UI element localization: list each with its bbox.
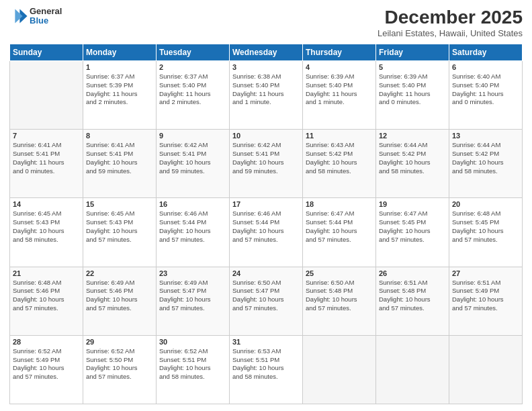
day-cell: 25Sunrise: 6:50 AM Sunset: 5:48 PM Dayli… — [303, 267, 376, 335]
day-cell: 2Sunrise: 6:37 AM Sunset: 5:40 PM Daylig… — [157, 61, 230, 130]
day-cell: 19Sunrise: 6:47 AM Sunset: 5:45 PM Dayli… — [376, 198, 449, 267]
day-cell — [449, 335, 523, 404]
day-cell: 21Sunrise: 6:48 AM Sunset: 5:46 PM Dayli… — [10, 267, 83, 335]
header-cell-monday: Monday — [83, 44, 157, 61]
month-year: December 2025 — [378, 7, 523, 28]
day-cell: 20Sunrise: 6:48 AM Sunset: 5:45 PM Dayli… — [449, 198, 523, 267]
day-content: Sunrise: 6:50 AM Sunset: 5:48 PM Dayligh… — [306, 279, 373, 313]
header-row: SundayMondayTuesdayWednesdayThursdayFrid… — [10, 44, 523, 61]
day-cell: 8Sunrise: 6:41 AM Sunset: 5:41 PM Daylig… — [83, 130, 157, 198]
day-content: Sunrise: 6:48 AM Sunset: 5:45 PM Dayligh… — [452, 210, 519, 244]
day-content: Sunrise: 6:45 AM Sunset: 5:43 PM Dayligh… — [13, 210, 80, 244]
day-number: 19 — [379, 200, 446, 208]
day-number: 21 — [13, 269, 80, 277]
day-content: Sunrise: 6:46 AM Sunset: 5:44 PM Dayligh… — [232, 210, 300, 244]
week-row-4: 21Sunrise: 6:48 AM Sunset: 5:46 PM Dayli… — [10, 267, 523, 335]
day-content: Sunrise: 6:41 AM Sunset: 5:41 PM Dayligh… — [13, 141, 80, 175]
day-cell: 31Sunrise: 6:53 AM Sunset: 5:51 PM Dayli… — [230, 335, 303, 404]
header-cell-saturday: Saturday — [449, 44, 523, 61]
day-number: 10 — [232, 132, 300, 140]
day-cell: 4Sunrise: 6:39 AM Sunset: 5:40 PM Daylig… — [303, 61, 376, 130]
day-number: 17 — [232, 200, 300, 208]
day-content: Sunrise: 6:39 AM Sunset: 5:40 PM Dayligh… — [379, 73, 446, 107]
header-cell-wednesday: Wednesday — [230, 44, 303, 61]
day-number: 8 — [86, 132, 153, 140]
day-number: 12 — [379, 132, 446, 140]
day-number: 1 — [86, 63, 153, 71]
header-cell-tuesday: Tuesday — [157, 44, 230, 61]
day-content: Sunrise: 6:52 AM Sunset: 5:49 PM Dayligh… — [13, 347, 80, 381]
day-content: Sunrise: 6:42 AM Sunset: 5:41 PM Dayligh… — [232, 141, 300, 175]
day-content: Sunrise: 6:44 AM Sunset: 5:42 PM Dayligh… — [452, 141, 519, 175]
day-content: Sunrise: 6:52 AM Sunset: 5:51 PM Dayligh… — [159, 347, 226, 381]
logo-icon — [9, 7, 28, 26]
logo-text: General Blue — [30, 7, 62, 26]
day-content: Sunrise: 6:42 AM Sunset: 5:41 PM Dayligh… — [159, 141, 226, 175]
day-content: Sunrise: 6:50 AM Sunset: 5:47 PM Dayligh… — [232, 279, 300, 313]
day-number: 20 — [452, 200, 519, 208]
day-cell — [10, 61, 83, 130]
day-cell — [376, 335, 449, 404]
day-cell: 12Sunrise: 6:44 AM Sunset: 5:42 PM Dayli… — [376, 130, 449, 198]
day-cell: 10Sunrise: 6:42 AM Sunset: 5:41 PM Dayli… — [230, 130, 303, 198]
day-number: 28 — [13, 338, 80, 346]
day-cell: 3Sunrise: 6:38 AM Sunset: 5:40 PM Daylig… — [230, 61, 303, 130]
day-cell: 26Sunrise: 6:51 AM Sunset: 5:48 PM Dayli… — [376, 267, 449, 335]
day-number: 18 — [306, 200, 373, 208]
day-content: Sunrise: 6:37 AM Sunset: 5:40 PM Dayligh… — [159, 73, 226, 107]
header: General Blue December 2025 Leilani Estat… — [9, 7, 523, 38]
title-block: December 2025 Leilani Estates, Hawaii, U… — [378, 7, 523, 38]
day-number: 14 — [13, 200, 80, 208]
day-cell: 13Sunrise: 6:44 AM Sunset: 5:42 PM Dayli… — [449, 130, 523, 198]
day-content: Sunrise: 6:47 AM Sunset: 5:44 PM Dayligh… — [306, 210, 373, 244]
day-content: Sunrise: 6:47 AM Sunset: 5:45 PM Dayligh… — [379, 210, 446, 244]
week-row-5: 28Sunrise: 6:52 AM Sunset: 5:49 PM Dayli… — [10, 335, 523, 404]
day-cell: 5Sunrise: 6:39 AM Sunset: 5:40 PM Daylig… — [376, 61, 449, 130]
day-number: 6 — [452, 63, 519, 71]
logo-blue: Blue — [30, 16, 62, 26]
day-cell: 14Sunrise: 6:45 AM Sunset: 5:43 PM Dayli… — [10, 198, 83, 267]
day-content: Sunrise: 6:49 AM Sunset: 5:46 PM Dayligh… — [86, 279, 153, 313]
day-cell: 16Sunrise: 6:46 AM Sunset: 5:44 PM Dayli… — [157, 198, 230, 267]
day-content: Sunrise: 6:45 AM Sunset: 5:43 PM Dayligh… — [86, 210, 153, 244]
day-content: Sunrise: 6:43 AM Sunset: 5:42 PM Dayligh… — [306, 141, 373, 175]
day-content: Sunrise: 6:48 AM Sunset: 5:46 PM Dayligh… — [13, 279, 80, 313]
day-cell: 18Sunrise: 6:47 AM Sunset: 5:44 PM Dayli… — [303, 198, 376, 267]
day-content: Sunrise: 6:52 AM Sunset: 5:50 PM Dayligh… — [86, 347, 153, 381]
header-cell-thursday: Thursday — [303, 44, 376, 61]
day-number: 30 — [159, 338, 226, 346]
page: General Blue December 2025 Leilani Estat… — [0, 0, 532, 411]
day-cell: 6Sunrise: 6:40 AM Sunset: 5:40 PM Daylig… — [449, 61, 523, 130]
day-number: 26 — [379, 269, 446, 277]
day-number: 13 — [452, 132, 519, 140]
day-content: Sunrise: 6:38 AM Sunset: 5:40 PM Dayligh… — [232, 73, 300, 107]
day-content: Sunrise: 6:46 AM Sunset: 5:44 PM Dayligh… — [159, 210, 226, 244]
header-cell-sunday: Sunday — [10, 44, 83, 61]
day-cell: 23Sunrise: 6:49 AM Sunset: 5:47 PM Dayli… — [157, 267, 230, 335]
day-number: 11 — [306, 132, 373, 140]
calendar-body: 1Sunrise: 6:37 AM Sunset: 5:39 PM Daylig… — [10, 61, 523, 404]
day-cell: 9Sunrise: 6:42 AM Sunset: 5:41 PM Daylig… — [157, 130, 230, 198]
day-number: 22 — [86, 269, 153, 277]
calendar-header: SundayMondayTuesdayWednesdayThursdayFrid… — [10, 44, 523, 61]
day-number: 15 — [86, 200, 153, 208]
day-number: 24 — [232, 269, 300, 277]
day-content: Sunrise: 6:41 AM Sunset: 5:41 PM Dayligh… — [86, 141, 153, 175]
day-cell: 1Sunrise: 6:37 AM Sunset: 5:39 PM Daylig… — [83, 61, 157, 130]
location: Leilani Estates, Hawaii, United States — [378, 28, 523, 38]
logo: General Blue — [9, 7, 62, 26]
day-cell: 30Sunrise: 6:52 AM Sunset: 5:51 PM Dayli… — [157, 335, 230, 404]
day-cell: 15Sunrise: 6:45 AM Sunset: 5:43 PM Dayli… — [83, 198, 157, 267]
day-number: 7 — [13, 132, 80, 140]
day-cell: 11Sunrise: 6:43 AM Sunset: 5:42 PM Dayli… — [303, 130, 376, 198]
day-number: 9 — [159, 132, 226, 140]
day-cell: 28Sunrise: 6:52 AM Sunset: 5:49 PM Dayli… — [10, 335, 83, 404]
day-cell — [303, 335, 376, 404]
day-cell: 24Sunrise: 6:50 AM Sunset: 5:47 PM Dayli… — [230, 267, 303, 335]
day-cell: 7Sunrise: 6:41 AM Sunset: 5:41 PM Daylig… — [10, 130, 83, 198]
day-number: 2 — [159, 63, 226, 71]
day-content: Sunrise: 6:44 AM Sunset: 5:42 PM Dayligh… — [379, 141, 446, 175]
day-content: Sunrise: 6:49 AM Sunset: 5:47 PM Dayligh… — [159, 279, 226, 313]
day-number: 27 — [452, 269, 519, 277]
week-row-1: 1Sunrise: 6:37 AM Sunset: 5:39 PM Daylig… — [10, 61, 523, 130]
